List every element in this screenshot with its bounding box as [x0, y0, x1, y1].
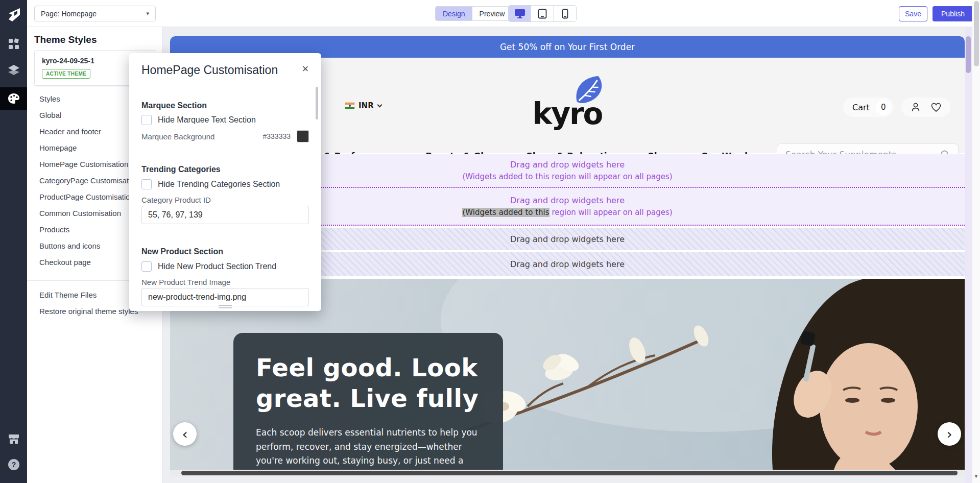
- desktop-icon: [514, 9, 525, 19]
- bigcommerce-logo-icon: [7, 8, 20, 22]
- theme-editor-app: Get 50% off on Your First Order INR kyro…: [0, 0, 980, 483]
- hide-trending-checkbox-row: Hide Trending Categories Section: [141, 179, 280, 189]
- hide-trending-checkbox[interactable]: [141, 179, 152, 189]
- mobile-view-button[interactable]: [554, 6, 576, 21]
- store-logo[interactable]: kyro: [533, 96, 603, 131]
- horizontal-scrollbar-thumb[interactable]: [181, 471, 958, 475]
- account-actions: [901, 98, 950, 117]
- widgets-icon: [8, 38, 19, 50]
- device-toggle: [508, 5, 577, 22]
- widget-region-text: Drag and drop widgets here: [510, 259, 625, 269]
- carousel-next-button[interactable]: ›: [938, 422, 961, 446]
- svg-text:?: ?: [11, 461, 16, 469]
- preview-horizontal-scrollbar[interactable]: [170, 470, 965, 476]
- help-icon: ?: [8, 458, 20, 471]
- india-flag-icon: [345, 102, 355, 109]
- selected-text: (Widgets added to this: [462, 208, 549, 217]
- close-icon[interactable]: ×: [299, 62, 312, 76]
- panel-title: Theme Styles: [34, 34, 97, 45]
- tab-preview[interactable]: Preview: [472, 7, 512, 20]
- hide-new-product-label: Hide New Product Section Trend: [158, 262, 276, 271]
- sidebar-item-theme-styles[interactable]: [0, 87, 27, 110]
- hide-trending-label: Hide Trending Categories Section: [158, 180, 280, 189]
- chevron-down-icon: [377, 102, 382, 107]
- app-icon-rail: ?: [0, 0, 27, 483]
- category-product-id-label: Category Product ID: [141, 196, 211, 204]
- layers-icon: [8, 64, 20, 76]
- currency-label: INR: [358, 101, 374, 110]
- modal-title: HomePage Customisation: [141, 63, 278, 77]
- tablet-icon: [538, 9, 547, 19]
- widget-region-subtext: (Widgets added to this region will appea…: [462, 172, 672, 181]
- mode-toggle: Design Preview: [435, 6, 512, 21]
- currency-selector[interactable]: INR: [345, 101, 381, 110]
- tablet-view-button[interactable]: [531, 6, 554, 21]
- widget-region-text: Drag and drop widgets here: [510, 196, 625, 205]
- browser-scrollbar-thumb[interactable]: [974, 1, 979, 66]
- tab-design[interactable]: Design: [436, 7, 472, 20]
- new-product-section-heading: New Product Section: [141, 247, 223, 256]
- homepage-customisation-modal: HomePage Customisation × Marquee Section…: [129, 53, 321, 311]
- trending-categories-heading: Trending Categories: [141, 165, 221, 174]
- sidebar-item-layers[interactable]: [0, 59, 27, 81]
- cart-label: Cart: [852, 103, 870, 112]
- marquee-background-row: Marquee Background #333333: [141, 130, 309, 142]
- new-product-trend-image-label: New Product Trend Image: [141, 278, 230, 286]
- vertical-scrollbar-thumb[interactable]: [966, 36, 971, 73]
- heart-icon[interactable]: [930, 102, 942, 113]
- scroll-down-arrow-icon[interactable]: ▼: [972, 474, 980, 479]
- dropdown-arrow-icon: ▾: [146, 10, 149, 17]
- widget-region-text: Drag and drop widgets here: [510, 160, 625, 170]
- browser-scrollbar[interactable]: ▼: [972, 0, 980, 483]
- page-selector-dropdown[interactable]: Page: Homepage ▾: [34, 6, 156, 21]
- promo-banner-text: Get 50% off on Your First Order: [500, 42, 635, 52]
- category-product-id-input[interactable]: [141, 206, 309, 224]
- hero-title: Feel good. Look great. Live fully: [256, 352, 481, 414]
- storefront-icon: [8, 434, 19, 444]
- page-selector-label: Page: Homepage: [41, 10, 97, 18]
- mobile-icon: [562, 9, 568, 19]
- hide-marquee-checkbox-row: Hide Marquee Text Section: [141, 115, 256, 125]
- sidebar-item-storefront[interactable]: [0, 428, 27, 450]
- leaf-icon: [571, 75, 608, 105]
- cart-button[interactable]: Cart 0: [843, 98, 894, 117]
- hide-new-product-checkbox[interactable]: [141, 261, 152, 272]
- modal-resize-handle[interactable]: [219, 303, 232, 308]
- marquee-background-label: Marquee Background: [141, 132, 214, 141]
- bigcommerce-logo[interactable]: [0, 4, 27, 27]
- active-theme-badge: ACTIVE THEME: [42, 69, 90, 79]
- save-button[interactable]: Save: [899, 6, 927, 21]
- cart-count-badge: 0: [876, 100, 891, 115]
- widget-region-subtext: (Widgets added to this region will appea…: [462, 208, 672, 217]
- sidebar-item-widgets[interactable]: [0, 33, 27, 55]
- widget-region-text: Drag and drop widgets here: [510, 234, 625, 244]
- user-icon[interactable]: [910, 102, 921, 113]
- hero-text-card: Feel good. Look great. Live fully Each s…: [233, 333, 503, 470]
- hero-description: Each scoop delivers essential nutrients …: [256, 426, 481, 470]
- preview-vertical-scrollbar[interactable]: [965, 27, 972, 483]
- palette-icon: [8, 93, 20, 104]
- carousel-prev-icon: ‹: [182, 426, 187, 443]
- publish-button[interactable]: Publish: [933, 6, 973, 21]
- modal-scrollbar-thumb[interactable]: [316, 87, 318, 119]
- hide-marquee-label: Hide Marquee Text Section: [158, 115, 256, 125]
- editor-topbar: Page: Homepage ▾ Design Preview: [27, 0, 980, 27]
- color-swatch[interactable]: [297, 130, 309, 142]
- carousel-next-icon: ›: [946, 426, 952, 443]
- marquee-section-heading: Marquee Section: [141, 101, 207, 110]
- hide-new-product-checkbox-row: Hide New Product Section Trend: [141, 261, 276, 272]
- marquee-background-hex: #333333: [262, 132, 291, 140]
- desktop-view-button[interactable]: [509, 6, 531, 21]
- carousel-prev-button[interactable]: ‹: [173, 422, 197, 446]
- help-button[interactable]: ?: [0, 453, 27, 476]
- hide-marquee-checkbox[interactable]: [141, 115, 152, 125]
